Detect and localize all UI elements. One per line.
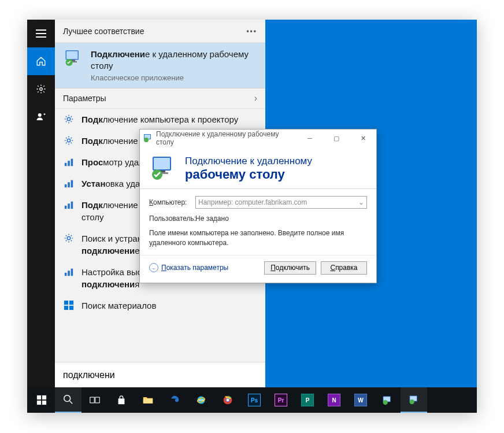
rdp-header: Подключение к удаленному рабочему столу [140,147,376,188]
svg-rect-16 [68,203,70,209]
svg-rect-39 [90,397,94,403]
svg-rect-21 [71,268,73,276]
svg-point-46 [227,399,229,402]
svg-point-38 [64,395,71,402]
user-value: Не задано [195,214,229,223]
search-result-item[interactable]: Подключение компьютера к проектору [55,109,265,130]
rdp-header-line1: Подключение к удаленному [185,156,312,167]
svg-rect-23 [69,300,73,304]
search-box [55,362,265,387]
settings-icon[interactable] [27,75,55,103]
home-icon[interactable] [27,47,55,75]
svg-rect-35 [42,395,46,399]
settings-icon [63,232,75,244]
svg-point-49 [383,400,388,405]
svg-rect-37 [42,401,46,405]
start-sidebar [27,20,55,387]
taskbar: Ps Pr P N W [27,387,477,413]
show-params-link[interactable]: ⌄ Показать параметры [149,263,228,272]
svg-rect-40 [95,397,99,403]
rdp-taskbar-1[interactable] [374,387,401,413]
file-explorer-button[interactable] [135,387,161,413]
expand-arrow-icon: ⌄ [149,263,158,272]
user-icon[interactable] [27,103,55,131]
chevron-right-icon: › [254,93,257,103]
best-match-subtitle: Классическое приложение [91,73,257,82]
chevron-down-icon: ⌄ [358,198,364,206]
best-match-title: Подключение к удаленному рабочему столу [91,49,257,72]
user-label: Пользователь: [149,214,195,223]
result-text: Подключение компьютера к проектору [81,113,238,125]
store-button[interactable] [108,387,135,413]
settings-icon [63,177,75,189]
close-button[interactable]: ✕ [350,129,376,147]
svg-rect-36 [37,401,41,405]
start-button[interactable] [28,387,55,413]
settings-icon [63,199,75,210]
chrome-button[interactable] [214,387,241,413]
computer-combobox[interactable]: Например: computer.fabrikam.com ⌄ [195,196,367,209]
rdp-info-text: Поле имени компьютера не заполнено. Введ… [149,228,367,248]
rdp-app-icon [63,49,84,69]
edge-button[interactable] [161,387,188,413]
best-match-item[interactable]: Подключение к удаленному рабочему столу … [55,43,265,88]
svg-rect-30 [154,158,170,169]
search-button[interactable] [55,387,81,413]
rdp-header-icon [149,155,177,183]
store-search-item[interactable]: Поиск материалов [55,295,265,316]
result-text: Поиск материалов [81,299,156,312]
rdp-titlebar-icon [143,134,153,143]
svg-point-8 [67,139,70,142]
svg-point-28 [144,138,149,142]
svg-rect-15 [65,205,67,208]
svg-rect-11 [71,158,73,166]
connect-button[interactable]: Подключить [264,261,316,275]
svg-rect-13 [68,182,70,187]
svg-rect-12 [65,184,67,187]
task-view-button[interactable] [81,387,108,413]
svg-rect-17 [71,201,73,209]
svg-rect-3 [66,51,78,60]
settings-icon [63,135,75,146]
maximize-button[interactable]: ▢ [323,129,350,147]
rdp-header-line2: рабочему столу [185,167,312,182]
photoshop-button[interactable]: Ps [241,387,268,413]
rdp-dialog: Подключение к удаленному рабочему столу … [139,129,377,283]
more-icon[interactable]: ••• [246,27,257,35]
svg-rect-20 [68,271,70,276]
svg-point-7 [67,117,70,120]
svg-point-1 [38,113,42,117]
svg-point-18 [67,236,70,239]
params-section-header[interactable]: Параметры › [55,88,265,109]
computer-label: Компьютер: [149,198,195,206]
search-input[interactable] [63,370,257,380]
ie-button[interactable] [188,387,214,413]
svg-rect-10 [68,161,70,166]
svg-rect-41 [143,399,153,404]
settings-icon [63,266,75,277]
settings-icon [63,156,75,168]
publisher-button[interactable]: P [294,387,321,413]
rdp-title-text: Подключение к удаленному рабочему столу [156,130,297,146]
premiere-button[interactable]: Pr [268,387,294,413]
svg-rect-14 [71,180,73,187]
svg-rect-25 [69,305,73,309]
rdp-taskbar-2[interactable] [401,387,427,413]
windows-logo-icon [63,299,75,311]
best-match-label: Лучшее соответствие [63,27,144,36]
rdp-titlebar[interactable]: Подключение к удаленному рабочему столу … [140,129,376,147]
hamburger-menu[interactable] [27,20,55,47]
help-button[interactable]: Справка [321,261,367,275]
svg-rect-24 [64,305,68,309]
settings-icon [63,113,75,125]
svg-point-52 [410,399,414,404]
svg-rect-19 [65,272,67,275]
svg-point-0 [40,88,43,91]
svg-rect-34 [37,395,41,399]
minimize-button[interactable]: ─ [297,129,323,147]
onenote-button[interactable]: N [321,387,347,413]
svg-rect-9 [65,162,67,165]
svg-rect-22 [64,300,68,304]
best-match-header: Лучшее соответствие ••• [55,20,265,43]
word-button[interactable]: W [347,387,374,413]
